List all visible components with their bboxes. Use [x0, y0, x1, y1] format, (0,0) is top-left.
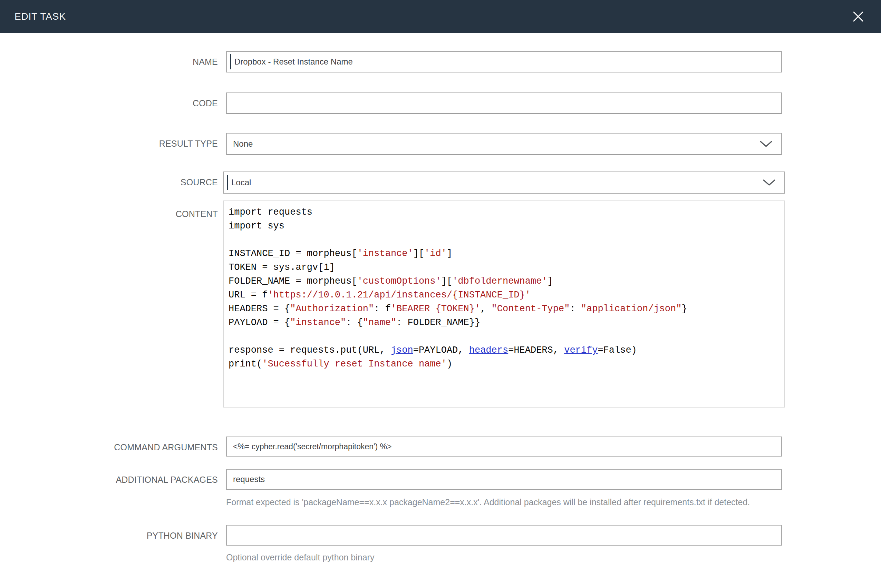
additional-packages-help: Format expected is 'packageName==x.x.x p… — [226, 495, 782, 509]
command-arguments-input[interactable]: <%= cypher.read('secret/morphapitoken') … — [226, 436, 782, 456]
form-row-content: CONTENT import requestsimport sys INSTAN… — [0, 201, 881, 408]
code-input[interactable] — [226, 93, 782, 114]
form-row-source: SOURCE Local — [0, 171, 881, 194]
command-arguments-value: <%= cypher.read('secret/morphapitoken') … — [233, 442, 392, 452]
name-input[interactable]: Dropbox - Reset Instance Name — [226, 51, 782, 72]
source-select[interactable]: Local — [223, 171, 785, 194]
modal-title: EDIT TASK — [15, 11, 66, 22]
python-binary-help: Optional override default python binary — [226, 550, 782, 564]
result-type-select[interactable]: None — [226, 133, 782, 155]
content-editor[interactable]: import requestsimport sys INSTANCE_ID = … — [223, 201, 785, 408]
python-binary-label: PYTHON BINARY — [0, 525, 226, 546]
form-row-code: CODE — [0, 93, 881, 114]
chevron-down-icon — [763, 179, 775, 186]
chevron-down-icon — [760, 141, 772, 147]
source-value: Local — [228, 178, 251, 188]
result-type-value: None — [233, 139, 253, 149]
name-label: NAME — [0, 51, 226, 72]
form-row-additional-packages: ADDITIONAL PACKAGES requests Format expe… — [0, 469, 881, 509]
additional-packages-input[interactable]: requests — [226, 469, 782, 490]
form-row-python-binary: PYTHON BINARY Optional override default … — [0, 525, 881, 564]
form-row-command-arguments: COMMAND ARGUMENTS <%= cypher.read('secre… — [0, 436, 881, 458]
result-type-label: RESULT TYPE — [0, 133, 226, 154]
form-row-result-type: RESULT TYPE None — [0, 133, 881, 155]
modal-header: EDIT TASK — [0, 0, 881, 33]
python-binary-input[interactable] — [226, 525, 782, 546]
content-label: CONTENT — [0, 201, 226, 219]
close-icon — [852, 10, 864, 23]
close-button[interactable] — [851, 9, 866, 24]
edit-task-form: NAME Dropbox - Reset Instance Name CODE … — [0, 33, 881, 564]
command-arguments-label: COMMAND ARGUMENTS — [0, 436, 226, 458]
additional-packages-label: ADDITIONAL PACKAGES — [0, 469, 226, 490]
source-label: SOURCE — [0, 171, 226, 193]
code-label: CODE — [0, 93, 226, 114]
additional-packages-value: requests — [233, 474, 265, 484]
name-input-value: Dropbox - Reset Instance Name — [231, 57, 353, 67]
form-row-name: NAME Dropbox - Reset Instance Name — [0, 51, 881, 72]
